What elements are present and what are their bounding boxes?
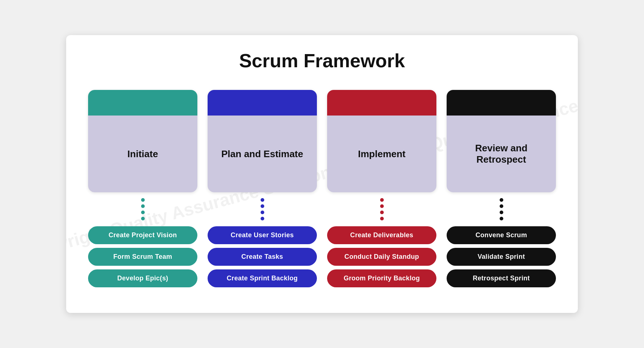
dot-implement-0 [380,198,384,202]
dot-plan-2 [261,211,264,214]
dot-plan-3 [261,217,264,220]
card-body-plan: Plan and Estimate [208,116,317,192]
slide-container: Copyright Quality Assurance Solutions Co… [66,35,578,313]
card-implement: Implement [327,90,436,192]
card-review: Review and Retrospect [447,90,556,192]
card-label-implement: Implement [358,148,405,160]
dots-plan [261,192,264,226]
column-implement: ImplementCreate DeliverablesConduct Dail… [327,90,436,287]
action-buttons-plan: Create User StoriesCreate TasksCreate Sp… [208,226,317,287]
dot-review-2 [500,211,503,214]
card-label-initiate: Initiate [128,148,158,160]
dot-initiate-3 [141,217,145,220]
dot-initiate-0 [141,198,145,202]
card-label-plan: Plan and Estimate [221,148,303,160]
page-title: Scrum Framework [88,50,556,72]
column-plan: Plan and EstimateCreate User StoriesCrea… [208,90,317,287]
dot-review-3 [500,217,503,220]
dots-initiate [141,192,145,226]
action-btn-plan-2[interactable]: Create Sprint Backlog [208,269,317,287]
action-btn-plan-1[interactable]: Create Tasks [208,248,317,266]
action-btn-implement-1[interactable]: Conduct Daily Standup [327,248,436,266]
dot-implement-1 [380,204,384,208]
card-header-initiate [88,90,197,116]
action-btn-review-2[interactable]: Retrospect Sprint [447,269,556,287]
card-header-plan [208,90,317,116]
columns-container: InitiateCreate Project VisionForm Scrum … [88,90,556,287]
dots-review [500,192,503,226]
card-header-implement [327,90,436,116]
action-btn-review-1[interactable]: Validate Sprint [447,248,556,266]
action-btn-initiate-1[interactable]: Form Scrum Team [88,248,197,266]
card-label-review: Review and Retrospect [454,143,549,165]
dot-implement-2 [380,211,384,214]
dot-initiate-1 [141,204,145,208]
dot-review-1 [500,204,503,208]
action-buttons-review: Convene ScrumValidate SprintRetrospect S… [447,226,556,287]
action-btn-implement-2[interactable]: Groom Priority Backlog [327,269,436,287]
card-body-implement: Implement [327,116,436,192]
dots-implement [380,192,384,226]
action-btn-review-0[interactable]: Convene Scrum [447,226,556,244]
action-btn-plan-0[interactable]: Create User Stories [208,226,317,244]
dot-plan-0 [261,198,264,202]
card-plan: Plan and Estimate [208,90,317,192]
card-header-review [447,90,556,116]
dot-plan-1 [261,204,264,208]
column-initiate: InitiateCreate Project VisionForm Scrum … [88,90,197,287]
card-body-review: Review and Retrospect [447,116,556,192]
column-review: Review and RetrospectConvene ScrumValida… [447,90,556,287]
dot-initiate-2 [141,211,145,214]
action-btn-initiate-2[interactable]: Develop Epic(s) [88,269,197,287]
dot-review-0 [500,198,503,202]
card-body-initiate: Initiate [88,116,197,192]
action-btn-implement-0[interactable]: Create Deliverables [327,226,436,244]
action-buttons-initiate: Create Project VisionForm Scrum TeamDeve… [88,226,197,287]
card-initiate: Initiate [88,90,197,192]
dot-implement-3 [380,217,384,220]
action-btn-initiate-0[interactable]: Create Project Vision [88,226,197,244]
action-buttons-implement: Create DeliverablesConduct Daily Standup… [327,226,436,287]
